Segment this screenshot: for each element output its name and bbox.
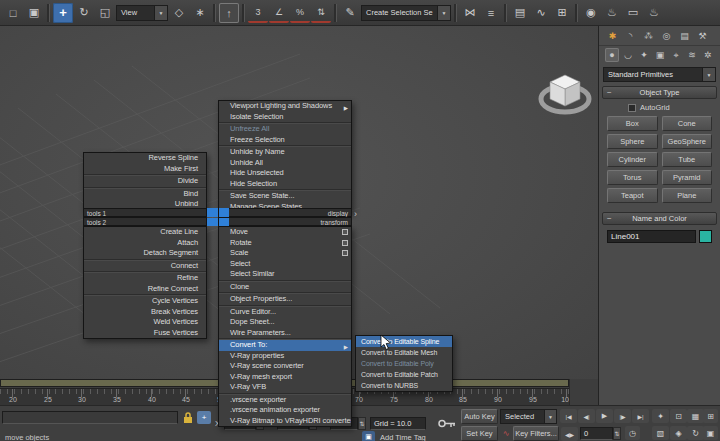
- tube-button[interactable]: Tube: [662, 152, 713, 167]
- tab-create-icon[interactable]: ✱: [605, 29, 620, 43]
- dropdown-arrow-icon[interactable]: ▼: [544, 410, 556, 423]
- autogrid-checkbox[interactable]: [628, 104, 636, 112]
- select-and-manipulate-icon[interactable]: ∗: [190, 3, 210, 23]
- menu-item-attach[interactable]: Attach: [84, 238, 206, 249]
- menu-item-select[interactable]: Select: [219, 259, 351, 270]
- named-selection-set-dropdown[interactable]: Create Selection Se ▼: [361, 5, 451, 21]
- object-color-swatch[interactable]: [699, 230, 712, 243]
- menu-item-move[interactable]: Move: [219, 227, 351, 238]
- menu-item-viewport-lighting[interactable]: Viewport Lighting and Shadows ▶: [219, 101, 351, 112]
- menu-item-fuse-vertices[interactable]: Fuse Vertices: [84, 328, 206, 339]
- time-configuration-icon[interactable]: ◷: [625, 426, 640, 440]
- dropdown-arrow-icon[interactable]: ▼: [154, 6, 167, 20]
- menu-item-curve-editor[interactable]: Curve Editor...: [219, 307, 351, 318]
- pan-view-icon[interactable]: ◈: [670, 426, 687, 440]
- add-time-tag[interactable]: Add Time Tag: [380, 433, 426, 441]
- next-frame-icon[interactable]: |▶: [614, 409, 631, 423]
- go-to-start-icon[interactable]: |◀: [560, 409, 577, 423]
- reference-coordinate-dropdown[interactable]: View ▼: [116, 5, 168, 21]
- category-cameras-icon[interactable]: ▣: [653, 48, 667, 62]
- menu-item-rotate[interactable]: Rotate: [219, 238, 351, 249]
- curve-editor-icon[interactable]: ∿: [531, 3, 551, 23]
- menu-item-dope-sheet[interactable]: Dope Sheet...: [219, 317, 351, 328]
- menu-item-vray-properties[interactable]: V-Ray properties: [219, 351, 351, 362]
- category-shapes-icon[interactable]: ◡: [621, 48, 635, 62]
- geosphere-button[interactable]: GeoSphere: [662, 134, 713, 149]
- cone-button[interactable]: Cone: [662, 116, 713, 131]
- primitives-dropdown[interactable]: Standard Primitives ▼: [603, 67, 716, 82]
- tab-display-icon[interactable]: ▤: [677, 29, 692, 43]
- quad-center-square[interactable]: [219, 218, 230, 227]
- menu-item-refine[interactable]: Refine: [84, 273, 206, 284]
- menu-item-vrscene-animation-exporter[interactable]: .vrscene animation exporter: [219, 405, 351, 416]
- quad-center-square[interactable]: [219, 208, 230, 217]
- zoom-all-icon[interactable]: ▦: [687, 409, 704, 423]
- auto-key-button[interactable]: Auto Key: [461, 409, 498, 424]
- menu-item-save-scene-state[interactable]: Save Scene State...: [219, 191, 351, 202]
- menu-item-hide-selection[interactable]: Hide Selection: [219, 179, 351, 190]
- use-pivot-center-icon[interactable]: ◇: [169, 3, 189, 23]
- angle-snap-icon[interactable]: ∠: [269, 3, 289, 23]
- menu-item-object-properties[interactable]: Object Properties...: [219, 294, 351, 305]
- menu-item-unhide-all[interactable]: Unhide All: [219, 158, 351, 169]
- render-production-icon[interactable]: ♨: [644, 3, 664, 23]
- select-and-move-icon[interactable]: +: [53, 3, 73, 23]
- settings-box-icon[interactable]: [342, 250, 348, 256]
- settings-box-icon[interactable]: [342, 240, 348, 246]
- menu-item-scale[interactable]: Scale: [219, 248, 351, 259]
- frame-spinner[interactable]: ⇅: [613, 427, 621, 440]
- quad-center-square[interactable]: [207, 218, 218, 227]
- zoom-region-icon[interactable]: ▧: [652, 426, 669, 440]
- go-to-end-icon[interactable]: ▶|: [632, 409, 649, 423]
- schematic-view-icon[interactable]: ⊞: [552, 3, 572, 23]
- menu-item-hide-unselected[interactable]: Hide Unselected: [219, 168, 351, 179]
- box-button[interactable]: Box: [607, 116, 658, 131]
- rendered-frame-window-icon[interactable]: ▭: [623, 3, 643, 23]
- orbit-icon[interactable]: ↻: [687, 426, 704, 440]
- name-color-header[interactable]: − Name and Color: [602, 212, 717, 225]
- menu-item-convert-editable-spline[interactable]: Convert to Editable Spline: [356, 336, 452, 347]
- menu-item-select-similar[interactable]: Select Similar: [219, 269, 351, 280]
- select-and-scale-icon[interactable]: ◱: [95, 3, 115, 23]
- menu-item-convert-editable-mesh[interactable]: Convert to Editable Mesh: [356, 347, 452, 358]
- layer-manager-icon[interactable]: ▤: [510, 3, 530, 23]
- plane-button[interactable]: Plane: [662, 188, 713, 203]
- tab-hierarchy-icon[interactable]: ⁂: [641, 29, 656, 43]
- align-icon[interactable]: ≡: [481, 3, 501, 23]
- viewcube[interactable]: [536, 68, 594, 124]
- selected-filter-dropdown[interactable]: Selected ▼: [500, 409, 557, 424]
- object-type-header[interactable]: − Object Type: [602, 86, 717, 99]
- play-icon[interactable]: ▶: [596, 409, 613, 423]
- menu-item-detach-segment[interactable]: Detach Segment: [84, 248, 206, 259]
- menu-item-reverse-spline[interactable]: Reverse Spline: [84, 153, 206, 164]
- edit-named-selection-sets-icon[interactable]: ✎: [340, 3, 360, 23]
- dropdown-arrow-icon[interactable]: ▼: [437, 6, 450, 20]
- tab-motion-icon[interactable]: ◎: [659, 29, 674, 43]
- menu-item-freeze-selection[interactable]: Freeze Selection: [219, 135, 351, 146]
- select-region-icon[interactable]: ▣: [24, 3, 44, 23]
- isolate-selection-icon[interactable]: ▣: [362, 431, 375, 441]
- tab-modify-icon[interactable]: ◝: [623, 29, 638, 43]
- category-spacewarps-icon[interactable]: ≋: [685, 48, 699, 62]
- menu-item-weld-vertices[interactable]: Weld Vertices: [84, 317, 206, 328]
- menu-item-make-first[interactable]: Make First: [84, 164, 206, 175]
- teapot-button[interactable]: Teapot: [607, 188, 658, 203]
- snap-toggle-3d-icon[interactable]: 3: [248, 3, 268, 23]
- menu-item-bind[interactable]: Bind: [84, 189, 206, 200]
- menu-item-clone[interactable]: Clone: [219, 282, 351, 293]
- keyboard-shortcut-override-icon[interactable]: ↑: [219, 3, 239, 23]
- quad-expand-arrow-icon[interactable]: ›: [354, 209, 357, 219]
- menu-item-vrscene-exporter[interactable]: .vrscene exporter: [219, 395, 351, 406]
- category-lights-icon[interactable]: ✦: [637, 48, 651, 62]
- z-spinner[interactable]: ⇅: [358, 417, 366, 430]
- dropdown-arrow-icon[interactable]: ▼: [702, 68, 715, 81]
- percent-snap-icon[interactable]: %: [290, 3, 310, 23]
- select-object-icon[interactable]: □: [3, 3, 23, 23]
- menu-item-isolate-selection[interactable]: Isolate Selection: [219, 112, 351, 123]
- previous-frame-icon[interactable]: ◀|: [578, 409, 595, 423]
- menu-item-connect[interactable]: Connect: [84, 261, 206, 272]
- quad-center-square[interactable]: [207, 208, 218, 217]
- mirror-icon[interactable]: ⋈: [460, 3, 480, 23]
- menu-item-cycle-vertices[interactable]: Cycle Vertices: [84, 296, 206, 307]
- menu-item-refine-connect[interactable]: Refine Connect: [84, 284, 206, 295]
